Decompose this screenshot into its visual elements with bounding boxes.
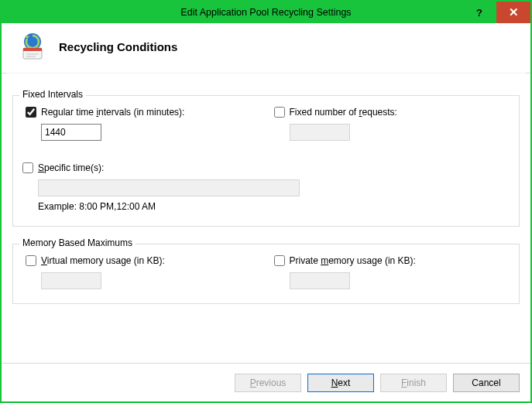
fixed-requests-label[interactable]: Fixed number of requests: [290, 107, 397, 118]
regular-intervals-input[interactable] [41, 124, 101, 141]
titlebar: Edit Application Pool Recycling Settings… [2, 2, 530, 23]
virtual-memory-label[interactable]: Virtual memory usage (in KB): [41, 255, 165, 266]
legend-memory-maximums: Memory Based Maximums [19, 237, 136, 248]
close-button[interactable]: ✕ [496, 2, 530, 23]
virtual-memory-checkbox[interactable] [26, 255, 36, 266]
page-title: Recycling Conditions [59, 40, 177, 53]
titlebar-buttons: ? ✕ [462, 2, 530, 23]
content-area: Fixed Intervals Regular time intervals (… [2, 73, 530, 363]
button-bar: Previous Next Finish Cancel [2, 363, 530, 401]
dialog-header: Recycling Conditions [2, 23, 530, 73]
private-memory-input [290, 272, 350, 289]
specific-times-checkbox[interactable] [22, 162, 33, 173]
private-memory-checkbox[interactable] [274, 255, 285, 266]
specific-times-example: Example: 8:00 PM,12:00 AM [38, 201, 510, 212]
group-memory-maximums: Memory Based Maximums Virtual memory usa… [12, 244, 520, 304]
recycling-icon [17, 31, 48, 62]
virtual-memory-input [41, 272, 101, 289]
fixed-requests-input [290, 124, 350, 141]
dialog-window: Edit Application Pool Recycling Settings… [0, 0, 532, 403]
specific-times-label[interactable]: Specific time(s): [38, 162, 104, 173]
fixed-requests-checkbox[interactable] [274, 107, 285, 118]
private-memory-label[interactable]: Private memory usage (in KB): [290, 255, 416, 266]
regular-intervals-checkbox[interactable] [26, 107, 36, 118]
legend-fixed-intervals: Fixed Intervals [19, 89, 86, 100]
finish-button: Finish [380, 374, 447, 392]
regular-intervals-label[interactable]: Regular time intervals (in minutes): [41, 107, 184, 118]
help-button[interactable]: ? [462, 2, 496, 23]
previous-button: Previous [235, 374, 301, 392]
group-fixed-intervals: Fixed Intervals Regular time intervals (… [12, 95, 520, 227]
svg-rect-3 [23, 48, 42, 51]
specific-times-input [38, 179, 300, 196]
cancel-button[interactable]: Cancel [453, 374, 520, 392]
next-button[interactable]: Next [307, 374, 374, 392]
window-title: Edit Application Pool Recycling Settings [180, 7, 351, 18]
